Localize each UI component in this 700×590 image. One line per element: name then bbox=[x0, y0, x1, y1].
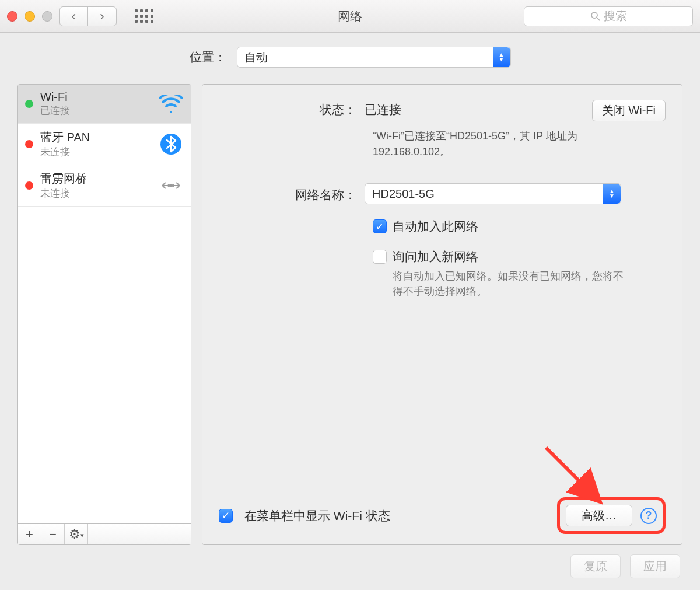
ask-join-label: 询问加入新网络 bbox=[393, 249, 478, 265]
revert-button[interactable]: 复原 bbox=[570, 554, 621, 578]
auto-join-checkbox[interactable]: ✓ bbox=[373, 219, 387, 233]
window-title: 网络 bbox=[338, 8, 362, 25]
annotation-arrow-icon bbox=[540, 442, 610, 512]
status-dot-icon bbox=[25, 140, 33, 148]
show-all-button[interactable] bbox=[124, 6, 164, 26]
search-input[interactable]: 搜索 bbox=[524, 6, 693, 26]
service-item-bluetooth-pan[interactable]: 蓝牙 PAN 未连接 bbox=[18, 124, 191, 165]
apply-button[interactable]: 应用 bbox=[630, 554, 680, 578]
location-select[interactable]: 自动 ▲▼ bbox=[237, 47, 511, 68]
zoom-window-button[interactable] bbox=[42, 11, 52, 22]
nav-buttons: ‹ › bbox=[60, 6, 117, 26]
service-toolbar: + − ⚙︎▾ bbox=[18, 523, 191, 544]
service-actions-button[interactable]: ⚙︎▾ bbox=[65, 524, 88, 544]
detail-panel: 状态： 已连接 关闭 Wi-Fi “Wi-Fi”已连接至“HD2501-5G”，… bbox=[202, 84, 682, 545]
chevron-up-down-icon: ▲▼ bbox=[603, 184, 621, 204]
service-sidebar: Wi-Fi 已连接 蓝牙 PAN 未连接 bbox=[18, 84, 191, 545]
status-value: 已连接 bbox=[365, 100, 401, 118]
network-name-select[interactable]: HD2501-5G ▲▼ bbox=[365, 183, 621, 204]
location-row: 位置： 自动 ▲▼ bbox=[18, 47, 682, 68]
forward-button[interactable]: › bbox=[88, 7, 116, 26]
close-window-button[interactable] bbox=[7, 11, 18, 22]
location-label: 位置： bbox=[190, 49, 226, 65]
menubar-checkbox[interactable]: ✓ bbox=[219, 509, 233, 523]
service-name: 蓝牙 PAN bbox=[40, 130, 152, 145]
service-status: 未连接 bbox=[40, 187, 152, 200]
thunderbolt-bridge-icon bbox=[159, 174, 183, 197]
service-status: 已连接 bbox=[40, 104, 152, 117]
titlebar: ‹ › 网络 搜索 bbox=[0, 0, 700, 33]
service-name: 雷雳网桥 bbox=[40, 171, 152, 187]
annotation-highlight: 高级… ? bbox=[557, 497, 666, 534]
wifi-toggle-button[interactable]: 关闭 Wi-Fi bbox=[592, 100, 666, 121]
service-name: Wi-Fi bbox=[40, 90, 152, 104]
network-name-label: 网络名称： bbox=[219, 185, 365, 203]
remove-service-button[interactable]: − bbox=[41, 524, 65, 544]
status-label: 状态： bbox=[219, 100, 365, 118]
back-button[interactable]: ‹ bbox=[60, 7, 88, 26]
minimize-window-button[interactable] bbox=[24, 11, 35, 22]
search-placeholder: 搜索 bbox=[604, 8, 627, 24]
window-controls bbox=[7, 11, 52, 22]
svg-line-6 bbox=[546, 448, 596, 497]
auto-join-label: 自动加入此网络 bbox=[393, 218, 478, 235]
menubar-label: 在菜单栏中显示 Wi-Fi 状态 bbox=[244, 508, 390, 524]
add-service-button[interactable]: + bbox=[18, 524, 41, 544]
status-dot-icon bbox=[25, 181, 33, 190]
service-item-thunderbolt-bridge[interactable]: 雷雳网桥 未连接 bbox=[18, 165, 191, 207]
search-icon bbox=[590, 11, 600, 21]
service-item-wifi[interactable]: Wi-Fi 已连接 bbox=[18, 85, 191, 124]
chevron-up-down-icon: ▲▼ bbox=[493, 47, 510, 67]
grid-icon bbox=[135, 9, 153, 23]
ask-join-checkbox[interactable] bbox=[373, 250, 387, 264]
service-status: 未连接 bbox=[40, 145, 152, 159]
location-value: 自动 bbox=[244, 50, 268, 65]
svg-point-5 bbox=[172, 184, 174, 187]
network-name-value: HD2501-5G bbox=[372, 187, 435, 201]
footer: 复原 应用 bbox=[18, 554, 682, 578]
status-dot-icon bbox=[25, 100, 33, 108]
help-button[interactable]: ? bbox=[640, 508, 657, 524]
status-description: “Wi-Fi”已连接至“HD2501-5G”，其 IP 地址为 192.168.… bbox=[373, 128, 624, 160]
bluetooth-icon bbox=[159, 132, 183, 156]
wifi-icon bbox=[159, 92, 183, 116]
ask-join-description: 将自动加入已知网络。如果没有已知网络，您将不得不手动选择网络。 bbox=[393, 268, 626, 299]
svg-line-1 bbox=[596, 18, 599, 20]
